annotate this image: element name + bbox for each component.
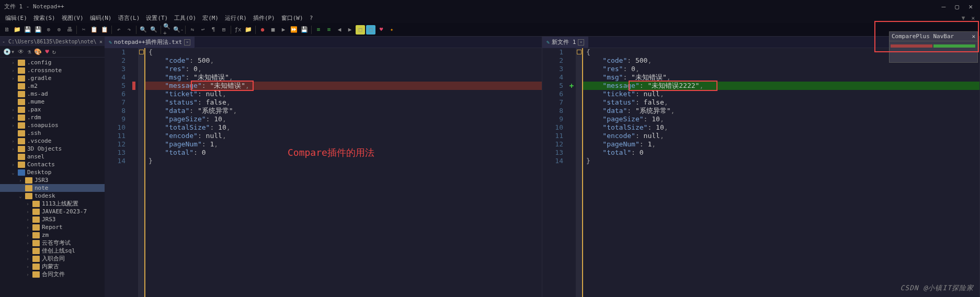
tree-item[interactable]: ›佳创上线sql bbox=[0, 247, 105, 255]
menu-tools[interactable]: 工具(O) bbox=[172, 14, 198, 22]
tree-item[interactable]: .m2 bbox=[0, 82, 105, 90]
tree-item[interactable]: ›内蒙古 bbox=[0, 262, 105, 270]
tree-item[interactable]: ›合同文件 bbox=[0, 270, 105, 278]
navbar-close-icon[interactable]: ✕ bbox=[972, 33, 975, 40]
folder-tree[interactable]: ›.config›.crossnote›.gradle.m2.ms-ad.mum… bbox=[0, 58, 105, 297]
compare-nav-icon[interactable]: ≡ bbox=[324, 25, 334, 35]
compare-navbar-body[interactable] bbox=[890, 41, 977, 62]
indent-guide-icon[interactable]: ⊞ bbox=[219, 25, 229, 35]
menu-help[interactable]: ? bbox=[307, 14, 315, 22]
play-icon[interactable]: ▶ bbox=[279, 25, 288, 35]
editor-right: ✎ 新文件 1 ✕ 1234567891011121314+{ "code": … bbox=[542, 37, 980, 297]
tree-item[interactable]: ›JSR3 bbox=[0, 176, 105, 184]
tree-item[interactable]: ansel bbox=[0, 153, 105, 161]
compare-icon[interactable]: ≡ bbox=[314, 25, 323, 35]
tree-item[interactable]: ›zm bbox=[0, 231, 105, 239]
tree-item[interactable]: ›入职合同 bbox=[0, 255, 105, 262]
find-icon[interactable]: 🔍 bbox=[139, 25, 148, 35]
undo-icon[interactable]: ↶ bbox=[114, 25, 123, 35]
show-all-icon[interactable]: ¶ bbox=[209, 25, 218, 35]
print-icon[interactable]: 🖶 bbox=[65, 25, 74, 35]
compare-last-icon[interactable]: □ bbox=[366, 25, 375, 35]
save-all-icon[interactable]: 💾 bbox=[33, 25, 43, 35]
sparkle-icon[interactable]: ✦ bbox=[387, 25, 396, 35]
tree-item[interactable]: ›.rdm bbox=[0, 113, 105, 121]
record-icon[interactable]: ● bbox=[258, 25, 267, 35]
cut-icon[interactable]: ✂ bbox=[79, 25, 88, 35]
menu-dropdown-icon[interactable]: ▼ bbox=[960, 14, 967, 22]
tree-item[interactable]: ›JRS3 bbox=[0, 215, 105, 223]
tab-left[interactable]: ✎ notepad++插件用法.txt ✕ bbox=[105, 37, 195, 48]
disk-icon[interactable]: 💿▾ bbox=[3, 48, 15, 55]
compare-first-icon[interactable]: □ bbox=[356, 25, 365, 35]
open-file-icon[interactable]: 📁 bbox=[13, 25, 22, 35]
menu-language[interactable]: 语言(L) bbox=[116, 14, 142, 22]
refresh-icon[interactable]: ↻ bbox=[52, 48, 56, 55]
tree-item[interactable]: ›Report bbox=[0, 223, 105, 231]
filter-icon[interactable]: ⚗ bbox=[27, 48, 31, 55]
function-list-icon[interactable]: ƒx bbox=[233, 25, 243, 35]
tree-item[interactable]: ⌄todesk bbox=[0, 192, 105, 200]
tree-item[interactable]: .mume bbox=[0, 98, 105, 106]
play-multi-icon[interactable]: ⏩ bbox=[289, 25, 299, 35]
tree-item[interactable]: ›Contacts bbox=[0, 161, 105, 168]
copy-icon[interactable]: 📋 bbox=[89, 25, 99, 35]
menu-close-icon[interactable]: ✕ bbox=[969, 14, 977, 22]
tree-item[interactable]: ⌄Desktop bbox=[0, 168, 105, 176]
tree-item[interactable]: ›.crossnote bbox=[0, 66, 105, 74]
paste-icon[interactable]: 📋 bbox=[100, 25, 109, 35]
eye-icon[interactable]: 👁 bbox=[18, 48, 24, 55]
menu-window[interactable]: 窗口(W) bbox=[279, 14, 305, 22]
heart-sidebar-icon[interactable]: ♥ bbox=[45, 48, 49, 55]
redo-icon[interactable]: ↷ bbox=[124, 25, 134, 35]
compare-navbar-title: ComparePlus NavBar bbox=[892, 33, 954, 40]
tree-item[interactable]: ›.pax bbox=[0, 106, 105, 113]
maximize-button[interactable]: ▢ bbox=[955, 3, 959, 10]
close-button[interactable]: ✕ bbox=[968, 3, 973, 10]
sidebar-path: - C:\Users\86135\Desktop\note\ ✕ bbox=[0, 37, 105, 46]
close-file-icon[interactable]: ⊗ bbox=[44, 25, 53, 35]
heart-icon[interactable]: ♥ bbox=[377, 25, 386, 35]
tab-right[interactable]: ✎ 新文件 1 ✕ bbox=[542, 37, 589, 48]
save-icon[interactable]: 💾 bbox=[23, 25, 32, 35]
menu-settings[interactable]: 设置(T) bbox=[144, 14, 170, 22]
wrap-icon[interactable]: ↩ bbox=[198, 25, 208, 35]
menu-search[interactable]: 搜索(S) bbox=[31, 14, 58, 22]
tree-item[interactable]: .ms-ad bbox=[0, 90, 105, 98]
menu-encoding[interactable]: 编码(N) bbox=[88, 14, 114, 22]
menu-view[interactable]: 视图(V) bbox=[60, 14, 86, 22]
tree-item[interactable]: ›.gradle bbox=[0, 74, 105, 82]
menu-plugins[interactable]: 插件(P) bbox=[251, 14, 277, 22]
tree-item[interactable]: ›1113上线配置 bbox=[0, 200, 105, 208]
tree-item[interactable]: ›.config bbox=[0, 59, 105, 66]
menu-edit[interactable]: 编辑(E) bbox=[3, 14, 29, 22]
minimize-button[interactable]: — bbox=[942, 3, 946, 10]
code-area-left[interactable]: 1234567891011121314{ "code": 500, "res":… bbox=[105, 48, 542, 297]
zoom-in-icon[interactable]: 🔍+ bbox=[163, 25, 173, 35]
sync-scroll-icon[interactable]: ⇋ bbox=[188, 25, 197, 35]
tree-item[interactable]: .ssh bbox=[0, 129, 105, 137]
tree-item[interactable]: ›JAVAEE-2023-7 bbox=[0, 208, 105, 215]
folder-icon[interactable]: 📁 bbox=[244, 25, 253, 35]
zoom-out-icon[interactable]: 🔍- bbox=[174, 25, 183, 35]
tree-item[interactable]: ›.soapuios bbox=[0, 121, 105, 129]
compare-navbar-panel[interactable]: ComparePlus NavBar ✕ bbox=[889, 31, 978, 63]
compare-next-icon[interactable]: ▶ bbox=[345, 25, 355, 35]
compare-prev-icon[interactable]: ◀ bbox=[335, 25, 344, 35]
close-all-icon[interactable]: ⊗ bbox=[54, 25, 64, 35]
tree-item[interactable]: ›云苍穹考试 bbox=[0, 239, 105, 247]
tree-item[interactable]: note bbox=[0, 184, 105, 192]
palette-icon[interactable]: 🎨 bbox=[34, 48, 42, 55]
code-area-right[interactable]: 1234567891011121314+{ "code": 500, "res"… bbox=[542, 48, 979, 297]
menu-macro[interactable]: 宏(M) bbox=[200, 14, 221, 22]
tab-close-icon[interactable]: ✕ bbox=[184, 39, 190, 45]
tab-close-icon[interactable]: ✕ bbox=[578, 39, 584, 45]
tree-item[interactable]: ›.vscode bbox=[0, 137, 105, 145]
save-macro-icon[interactable]: 💾 bbox=[300, 25, 309, 35]
menu-run[interactable]: 运行(R) bbox=[223, 14, 249, 22]
sidebar-close-icon[interactable]: ✕ bbox=[99, 39, 102, 44]
stop-icon[interactable]: ■ bbox=[268, 25, 278, 35]
replace-icon[interactable]: 🔍 bbox=[149, 25, 158, 35]
tree-item[interactable]: ›3D Objects bbox=[0, 145, 105, 153]
new-file-icon[interactable]: 🗎 bbox=[2, 25, 12, 35]
